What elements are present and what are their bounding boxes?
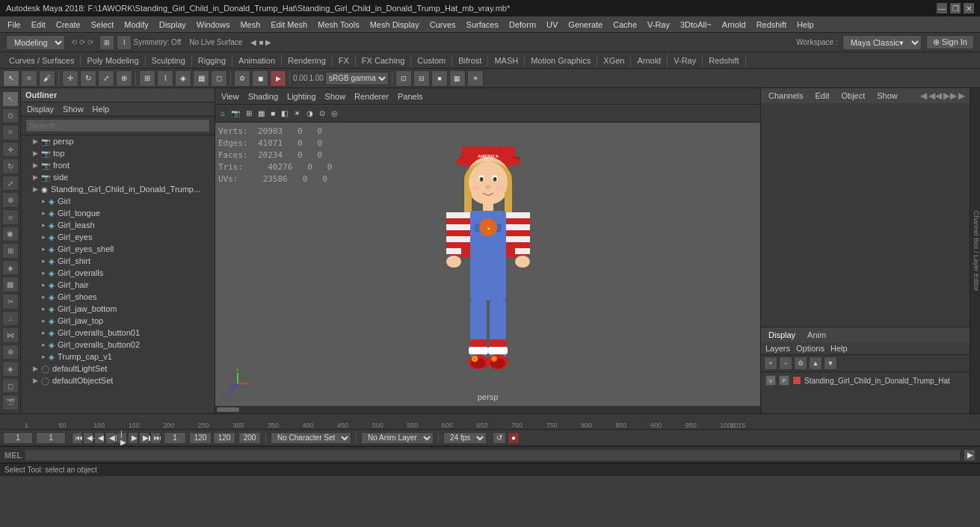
maximize-button[interactable]: ❐ [950, 3, 961, 13]
range-start-input[interactable] [164, 432, 186, 444]
anim-tab[interactable]: Anim [804, 330, 829, 340]
tab-item-3[interactable]: Rigging [192, 55, 232, 67]
lasso-tool-btn[interactable]: ⌗ [21, 70, 37, 87]
tab-item-8[interactable]: Custom [411, 55, 452, 67]
tab-item-6[interactable]: FX [333, 55, 356, 67]
vp-home-btn[interactable]: ⌂ [218, 109, 227, 117]
vp-xray-btn[interactable]: ⊙ [317, 109, 327, 117]
character-set-dropdown[interactable]: No Character Set [271, 432, 351, 444]
menu-item-surfaces[interactable]: Surfaces [462, 19, 503, 31]
outliner-item-19[interactable]: ▶◯defaultLightSet [21, 363, 215, 375]
vp-shadow-btn[interactable]: ◑ [304, 109, 315, 117]
tab-item-9[interactable]: Bifrost [452, 55, 488, 67]
menu-item-help[interactable]: Help [792, 19, 819, 31]
tab-item-11[interactable]: Motion Graphics [525, 55, 597, 67]
paint-select-icon[interactable]: ⊙ [2, 108, 19, 124]
outliner-item-10[interactable]: ▸◈Girl_shirt [21, 255, 215, 267]
menu-item-arnold[interactable]: Arnold [718, 19, 751, 31]
layer-options-btn[interactable]: ⚙ [794, 357, 807, 370]
menu-item-meshtools[interactable]: Mesh Tools [313, 19, 363, 31]
render-region-btn[interactable]: ◼ [252, 70, 268, 87]
vp-renderer-menu[interactable]: Renderer [351, 92, 392, 101]
layer-move-down-btn[interactable]: ▼ [824, 357, 837, 370]
channels-edit-menu[interactable]: Edit [812, 90, 832, 101]
outliner-item-15[interactable]: ▸◈Girl_jaw_top [21, 315, 215, 327]
menu-item-curves[interactable]: Curves [425, 19, 460, 31]
outliner-item-5[interactable]: ▸◈Girl [21, 195, 215, 207]
range-end-input[interactable] [189, 432, 212, 444]
outliner-item-0[interactable]: ▶📷persp [21, 135, 215, 147]
play-fwd-btn[interactable]: |▶ [117, 432, 127, 444]
outliner-item-7[interactable]: ▸◈Girl_leash [21, 219, 215, 231]
show-manip-icon[interactable]: ⊞ [2, 243, 19, 259]
tab-item-15[interactable]: Redshift [703, 55, 745, 67]
select-tool-btn[interactable]: ↖ [3, 70, 19, 87]
quad-draw-icon[interactable]: ◻ [2, 378, 19, 394]
delete-layer-btn[interactable]: − [779, 357, 792, 370]
shaded-btn[interactable]: ■ [431, 70, 448, 87]
mel-input[interactable] [25, 449, 961, 461]
tab-item-1[interactable]: Poly Modeling [81, 55, 145, 67]
wireframe-btn[interactable]: ⊟ [413, 70, 430, 87]
outliner-item-8[interactable]: ▸◈Girl_eyes [21, 231, 215, 243]
outliner-item-12[interactable]: ▸◈Girl_hair [21, 279, 215, 291]
channels-show-menu[interactable]: Show [874, 90, 901, 101]
menu-item-file[interactable]: File [3, 19, 25, 31]
timeline-area[interactable]: 1501001502002503003504004505005506006507… [0, 413, 980, 430]
tab-item-14[interactable]: V-Ray [668, 55, 703, 67]
anim-layer-dropdown[interactable]: No Anim Layer [361, 432, 434, 444]
menu-item-vray[interactable]: V-Ray [643, 19, 674, 31]
channels-icon4[interactable]: ▶ [958, 90, 965, 101]
menu-item-meshdisplay[interactable]: Mesh Display [366, 19, 424, 31]
tab-item-10[interactable]: MASH [488, 55, 525, 67]
render-btn[interactable]: ▶ [270, 70, 286, 87]
fps-dropdown[interactable]: 24 fps [443, 432, 487, 444]
step-back-btn[interactable]: ◀◀ [83, 432, 93, 444]
outliner-item-3[interactable]: ▶📷side [21, 171, 215, 183]
max-frame-input[interactable] [238, 432, 261, 444]
render-settings-btn[interactable]: ⚙ [234, 70, 250, 87]
outliner-item-18[interactable]: ▸◈Trump_cap_v1 [21, 351, 215, 363]
channels-object-menu[interactable]: Object [838, 90, 868, 101]
channels-icon2[interactable]: ◀◀ [928, 90, 942, 101]
channels-icon3[interactable]: ▶▶ [943, 90, 957, 101]
window-controls[interactable]: — ❐ ✕ [937, 3, 974, 13]
menu-item-mesh[interactable]: Mesh [235, 19, 265, 31]
move-tool-btn[interactable]: ✛ [62, 70, 78, 87]
outliner-item-14[interactable]: ▸◈Girl_jaw_bottom [21, 303, 215, 315]
outliner-item-11[interactable]: ▸◈Girl_overalls [21, 267, 215, 279]
snap-curve-tool-btn[interactable]: ⌇ [157, 70, 173, 87]
loop-btn[interactable]: ↺ [493, 432, 506, 444]
menu-item-dtoall[interactable]: 3DtoAll~ [676, 19, 716, 31]
menu-item-edit[interactable]: Edit [27, 19, 50, 31]
play-back-btn[interactable]: ◀| [105, 432, 116, 444]
new-layer-btn[interactable]: + [764, 357, 777, 370]
layer-render-toggle[interactable]: P [779, 375, 789, 386]
range-mid-input[interactable] [213, 432, 235, 444]
outliner-item-6[interactable]: ▸◈Girl_tongue [21, 207, 215, 219]
transform-tool-btn[interactable]: ⊕ [116, 70, 132, 87]
rotate-icon[interactable]: ↻ [2, 158, 19, 174]
snap-surface-btn[interactable]: ▦ [193, 70, 209, 87]
menu-item-uv[interactable]: UV [542, 19, 562, 31]
vp-wireframe-btn[interactable]: ▦ [256, 109, 267, 117]
outliner-item-13[interactable]: ▸◈Girl_shoes [21, 291, 215, 303]
menu-item-generate[interactable]: Generate [564, 19, 607, 31]
multi-cut-icon[interactable]: ✂ [2, 294, 19, 309]
light-btn[interactable]: ☀ [467, 70, 484, 87]
scrollbar-thumb[interactable] [217, 407, 239, 412]
lasso-icon[interactable]: ⌗ [2, 125, 19, 141]
outliner-item-1[interactable]: ▶📷top [21, 147, 215, 159]
menu-item-select[interactable]: Select [87, 19, 119, 31]
tab-item-5[interactable]: Rendering [282, 55, 333, 67]
outliner-item-20[interactable]: ▶◯defaultObjectSet [21, 375, 215, 386]
texture-btn[interactable]: ▦ [449, 70, 466, 87]
vp-lighting-menu[interactable]: Lighting [284, 92, 319, 101]
snap-point-btn[interactable]: ◈ [175, 70, 191, 87]
menu-item-redshift[interactable]: Redshift [752, 19, 791, 31]
select-icon[interactable]: ↖ [2, 91, 19, 107]
outliner-show-menu[interactable]: Show [60, 104, 87, 114]
snap-curve-btn[interactable]: ⌇ [117, 35, 132, 50]
scale-icon[interactable]: ⤢ [2, 176, 19, 191]
move-icon[interactable]: ✛ [2, 142, 19, 158]
